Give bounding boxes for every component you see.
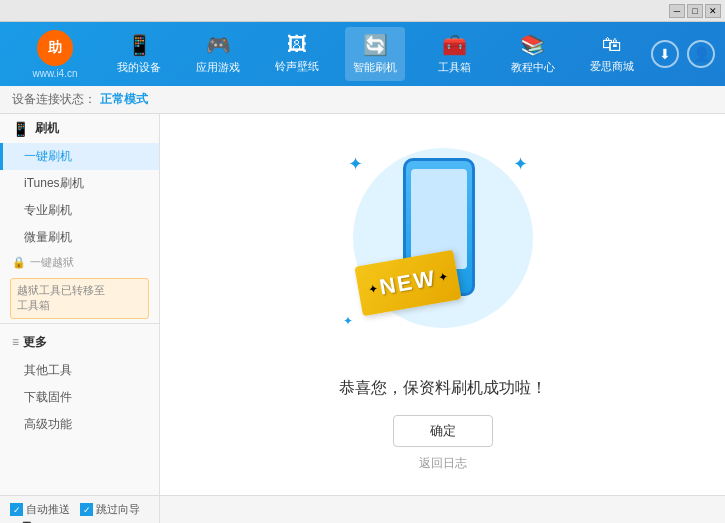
my-device-icon: 📱 [127, 33, 152, 57]
bottom-right: V7.98.66 客服 微信公众号 检查更新 [160, 496, 725, 523]
bottom-left: ✓ 自动推送 ✓ 跳过向导 📱 iPhone 12 mini 64GB Down… [0, 496, 160, 523]
minimize-button[interactable]: ─ [669, 4, 685, 18]
logo-icon: 助 [37, 30, 73, 66]
shop-icon: 🛍 [602, 33, 622, 56]
nav-tutorials-label: 教程中心 [511, 60, 555, 75]
sparkle-tl-icon: ✦ [348, 153, 363, 175]
checkbox-row: ✓ 自动推送 ✓ 跳过向导 [10, 502, 149, 517]
sidebar-item-download-firmware[interactable]: 下载固件 [0, 384, 159, 411]
nav-bar: 📱 我的设备 🎮 应用游戏 🖼 铃声壁纸 🔄 智能刷机 🧰 工具箱 📚 教程中心… [100, 27, 651, 81]
sidebar-flash-label: 刷机 [35, 120, 59, 137]
status-label: 设备连接状态： [12, 91, 96, 108]
nav-toolbox[interactable]: 🧰 工具箱 [424, 27, 484, 81]
nav-smart-flash-label: 智能刷机 [353, 60, 397, 75]
sidebar-item-advanced[interactable]: 高级功能 [0, 411, 159, 438]
sidebar-more-section: ≡ 更多 [0, 328, 159, 357]
nav-tutorials[interactable]: 📚 教程中心 [503, 27, 563, 81]
nav-my-device[interactable]: 📱 我的设备 [109, 27, 169, 81]
ribbon-star-left: ✦ [366, 281, 378, 297]
nav-smart-flash[interactable]: 🔄 智能刷机 [345, 27, 405, 81]
sidebar-flash-section: 📱 刷机 [0, 114, 159, 143]
sparkle-tr-icon: ✦ [513, 153, 528, 175]
new-badge-text: NEW [377, 265, 438, 301]
nav-apps-games[interactable]: 🎮 应用游戏 [188, 27, 248, 81]
back-link[interactable]: 返回日志 [419, 455, 467, 472]
phone-illustration: ✦ ✦ ✦ ✦ NEW ✦ [333, 138, 553, 358]
sidebar-more-label: 更多 [23, 334, 47, 351]
lock-icon: 🔒 [12, 256, 26, 269]
more-section-icon: ≡ [12, 335, 19, 349]
wallpaper-icon: 🖼 [287, 33, 307, 56]
sidebar-locked-section: 🔒 一键越狱 [0, 251, 159, 274]
logo-url: www.i4.cn [32, 68, 77, 79]
ribbon-star-right: ✦ [436, 269, 448, 285]
sidebar: 📱 刷机 一键刷机 iTunes刷机 专业刷机 微量刷机 🔒 一键越狱 越狱工具… [0, 114, 160, 495]
window-controls: ─ □ ✕ [669, 4, 721, 18]
user-button[interactable]: 👤 [687, 40, 715, 68]
sidebar-item-itunes-flash[interactable]: iTunes刷机 [0, 170, 159, 197]
sidebar-item-micro-flash[interactable]: 微量刷机 [0, 224, 159, 251]
nav-wallpaper-label: 铃声壁纸 [275, 59, 319, 74]
header: 助 www.i4.cn 📱 我的设备 🎮 应用游戏 🖼 铃声壁纸 🔄 智能刷机 … [0, 22, 725, 86]
nav-apps-games-label: 应用游戏 [196, 60, 240, 75]
content-area: ✦ ✦ ✦ ✦ NEW ✦ 恭喜您，保资料刷机成功啦！ 确定 返回日志 [160, 114, 725, 495]
toolbox-icon: 🧰 [442, 33, 467, 57]
apps-games-icon: 🎮 [206, 33, 231, 57]
wizard-check-icon: ✓ [80, 503, 93, 516]
tutorials-icon: 📚 [520, 33, 545, 57]
sidebar-locked-label: 一键越狱 [30, 255, 74, 270]
nav-toolbox-label: 工具箱 [438, 60, 471, 75]
main-area: 📱 刷机 一键刷机 iTunes刷机 专业刷机 微量刷机 🔒 一键越狱 越狱工具… [0, 114, 725, 495]
flash-section-icon: 📱 [12, 121, 29, 137]
logo-area: 助 www.i4.cn [10, 30, 100, 79]
confirm-button[interactable]: 确定 [393, 415, 493, 447]
nav-shop[interactable]: 🛍 爱思商城 [582, 27, 642, 81]
header-right-buttons: ⬇ 👤 [651, 40, 715, 68]
sidebar-divider [0, 323, 159, 324]
close-button[interactable]: ✕ [705, 4, 721, 18]
titlebar: ─ □ ✕ [0, 0, 725, 22]
download-button[interactable]: ⬇ [651, 40, 679, 68]
auto-push-checkbox[interactable]: ✓ 自动推送 [10, 502, 70, 517]
nav-wallpaper[interactable]: 🖼 铃声壁纸 [267, 27, 327, 81]
restore-button[interactable]: □ [687, 4, 703, 18]
nav-shop-label: 爱思商城 [590, 59, 634, 74]
sparkle-bl-icon: ✦ [343, 314, 353, 328]
bottom-section: ✓ 自动推送 ✓ 跳过向导 📱 iPhone 12 mini 64GB Down… [0, 495, 725, 523]
status-bar: 设备连接状态： 正常模式 [0, 86, 725, 114]
sidebar-item-pro-flash[interactable]: 专业刷机 [0, 197, 159, 224]
success-message: 恭喜您，保资料刷机成功啦！ [339, 378, 547, 399]
sidebar-notice: 越狱工具已转移至工具箱 [10, 278, 149, 319]
auto-push-label: 自动推送 [26, 502, 70, 517]
smart-flash-icon: 🔄 [363, 33, 388, 57]
wizard-label: 跳过向导 [96, 502, 140, 517]
nav-my-device-label: 我的设备 [117, 60, 161, 75]
sidebar-item-other-tools[interactable]: 其他工具 [0, 357, 159, 384]
wizard-checkbox[interactable]: ✓ 跳过向导 [80, 502, 140, 517]
sidebar-item-one-click-flash[interactable]: 一键刷机 [0, 143, 159, 170]
auto-push-check-icon: ✓ [10, 503, 23, 516]
status-value: 正常模式 [100, 91, 148, 108]
